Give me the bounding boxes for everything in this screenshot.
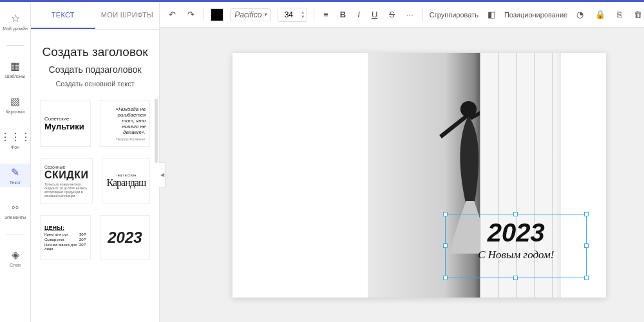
artboard[interactable]: 2023 С Новым годом! xyxy=(232,53,606,298)
delete-button[interactable]: 🗑 xyxy=(631,7,644,22)
grid-icon: ▦ xyxy=(10,60,20,72)
underline-button[interactable]: U xyxy=(369,7,380,22)
lock-button[interactable]: 🔒 xyxy=(592,7,608,22)
side-panel: ТЕКСТ МОИ ШРИФТЫ Создать заголовок Созда… xyxy=(31,2,160,322)
nav-elements[interactable]: ◦◦Элементы xyxy=(0,199,30,222)
more-button[interactable]: ··· xyxy=(404,7,416,22)
selection-box[interactable]: 2023 С Новым годом! xyxy=(445,214,587,278)
chevron-up-icon: ▲ xyxy=(301,10,305,15)
text-template[interactable]: 2023 xyxy=(100,215,151,260)
create-body-button[interactable]: Создать основной текст xyxy=(40,80,150,88)
layers-icon: ◈ xyxy=(12,249,19,261)
opacity-button[interactable]: ◔ xyxy=(574,7,586,22)
create-heading-button[interactable]: Создать заголовок xyxy=(40,45,150,59)
canvas-viewport[interactable]: 2023 С Новым годом! xyxy=(160,28,644,322)
resize-handle[interactable] xyxy=(513,276,518,280)
nav-images[interactable]: ▧Картинки xyxy=(0,93,30,117)
text-icon: ✎ xyxy=(11,166,19,178)
chevron-down-icon: ▾ xyxy=(264,12,267,17)
canvas-area: ↶ ↷ Pacifico▾ ▲▼ ≡ B I U S ··· Сгруппиро… xyxy=(160,2,644,322)
star-icon: ☆ xyxy=(11,12,20,24)
svg-point-0 xyxy=(460,101,477,117)
nav-templates[interactable]: ▦Шаблоны xyxy=(0,57,30,81)
position-button[interactable]: Позиционирование xyxy=(504,11,567,19)
shapes-icon: ◦◦ xyxy=(12,202,19,213)
panel-body: Создать заголовок Создать подзаголовок С… xyxy=(31,30,159,322)
tab-my-fonts[interactable]: МОИ ШРИФТЫ xyxy=(95,2,160,29)
font-family-select[interactable]: Pacifico▾ xyxy=(230,8,271,21)
text-toolbar: ↶ ↷ Pacifico▾ ▲▼ ≡ B I U S ··· Сгруппиро… xyxy=(160,2,644,28)
left-toolbar: ☆Мой дизайн ▦Шаблоны ▧Картинки ⋮⋮⋮Фон ✎Т… xyxy=(0,2,31,322)
strike-button[interactable]: S xyxy=(386,7,397,22)
resize-handle[interactable] xyxy=(443,276,448,280)
group-button[interactable]: Сгруппировать xyxy=(430,11,478,19)
text-template[interactable]: текст в стиле Карандаш xyxy=(102,158,150,204)
nav-layers[interactable]: ◈Слои xyxy=(0,246,30,270)
resize-handle[interactable] xyxy=(443,212,448,216)
text-template[interactable]: ЦЕНЫ: Крем для рук30Р Сыворотка20Р Ночна… xyxy=(40,215,91,260)
copy-button[interactable]: ⎘ xyxy=(614,7,625,22)
resize-handle[interactable] xyxy=(584,212,589,216)
chevron-down-icon: ▼ xyxy=(301,15,305,19)
align-button[interactable]: ≡ xyxy=(321,7,331,22)
dots-icon: ⋮⋮⋮ xyxy=(0,131,31,143)
create-subheading-button[interactable]: Создать подзаголовок xyxy=(40,64,150,75)
divider xyxy=(6,45,24,46)
resize-handle[interactable] xyxy=(584,243,589,248)
italic-button[interactable]: I xyxy=(355,7,363,22)
resize-handle[interactable] xyxy=(584,276,589,280)
font-size-field[interactable] xyxy=(278,8,299,21)
position-icon: ◧ xyxy=(485,7,498,22)
text-template[interactable]: Сезонные СКИДКИ Только до конца месяца с… xyxy=(40,158,93,204)
nav-my-design[interactable]: ☆Мой дизайн xyxy=(0,10,30,33)
canvas-text-greeting[interactable]: С Новым годом! xyxy=(446,249,586,261)
text-template[interactable]: «Никогда не ошибается тот, кто ничего не… xyxy=(100,100,151,147)
tab-text[interactable]: ТЕКСТ xyxy=(31,2,95,29)
text-color-picker[interactable] xyxy=(211,8,223,21)
scrollbar[interactable] xyxy=(155,99,158,163)
bold-button[interactable]: B xyxy=(337,7,348,22)
canvas-text-year[interactable]: 2023 xyxy=(446,218,586,247)
panel-tabs: ТЕКСТ МОИ ШРИФТЫ xyxy=(31,2,159,30)
nav-background[interactable]: ⋮⋮⋮Фон xyxy=(0,128,30,152)
resize-handle[interactable] xyxy=(443,243,448,248)
text-template[interactable]: Советские Мультики xyxy=(40,100,91,147)
nav-text[interactable]: ✎Текст xyxy=(0,164,30,187)
image-icon: ▧ xyxy=(10,95,20,108)
undo-button[interactable]: ↶ xyxy=(166,7,178,22)
redo-button[interactable]: ↷ xyxy=(185,7,197,22)
font-size-input[interactable]: ▲▼ xyxy=(278,8,307,22)
resize-handle[interactable] xyxy=(513,212,518,216)
divider xyxy=(6,234,24,234)
